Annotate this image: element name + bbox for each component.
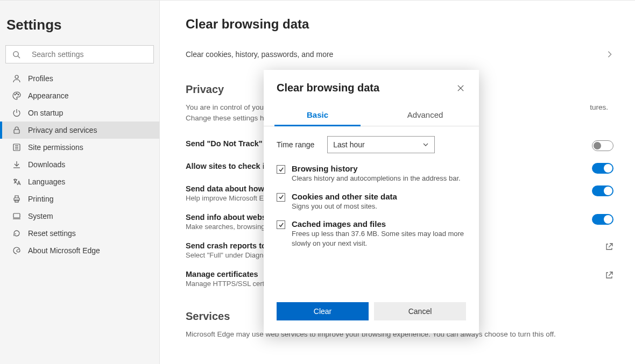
- download-icon: [12, 160, 22, 169]
- svg-point-4: [16, 93, 17, 94]
- tab-basic[interactable]: Basic: [264, 105, 371, 126]
- svg-rect-13: [13, 213, 20, 218]
- sidebar-item-site-permissions[interactable]: Site permissions: [0, 139, 159, 156]
- close-button[interactable]: [455, 83, 466, 94]
- search-settings-box[interactable]: [5, 45, 154, 63]
- sidebar-item-label: System: [28, 212, 53, 220]
- time-range-label: Time range: [277, 140, 314, 149]
- check-cached: Cached images and files Frees up less th…: [277, 219, 466, 248]
- sidebar-item-system[interactable]: System: [0, 208, 159, 225]
- sidebar-item-languages[interactable]: Languages: [0, 173, 159, 190]
- svg-point-0: [13, 51, 18, 56]
- sidebar-item-label: Profiles: [28, 74, 53, 83]
- setting-sublabel: Help improve Microsoft Edg: [186, 194, 272, 202]
- check-label: Cached images and files: [292, 219, 466, 229]
- allow-sites-toggle[interactable]: [592, 163, 613, 174]
- clear-button[interactable]: Clear: [277, 302, 369, 320]
- edge-icon: [12, 246, 22, 255]
- send-website-toggle[interactable]: [592, 214, 613, 225]
- setting-sublabel: Make searches, browsing, a: [186, 223, 273, 231]
- sidebar-item-label: Printing: [28, 195, 53, 203]
- send-usage-toggle[interactable]: [592, 185, 613, 196]
- external-link-icon[interactable]: [605, 271, 613, 280]
- do-not-track-toggle[interactable]: [592, 140, 613, 151]
- sidebar-item-privacy-services[interactable]: Privacy and services: [0, 122, 159, 139]
- setting-label: Send "Do Not Track" re: [186, 139, 272, 148]
- setting-sublabel: Select "Full" under Diagnost: [186, 251, 273, 259]
- setting-label: Send data about how y: [186, 184, 272, 193]
- setting-label: Send info about websit: [186, 213, 273, 222]
- reset-icon: [12, 229, 22, 238]
- browsing-history-checkbox[interactable]: [277, 165, 285, 174]
- sidebar-item-label: Reset settings: [28, 229, 76, 238]
- svg-point-5: [18, 94, 19, 95]
- cookies-checkbox[interactable]: [277, 193, 285, 202]
- chevron-down-icon: [422, 141, 429, 148]
- search-input[interactable]: [32, 50, 148, 59]
- language-icon: [12, 177, 22, 187]
- clear-browsing-data-title: Clear browsing data: [186, 17, 613, 32]
- check-cookies: Cookies and other site data Signs you ou…: [277, 192, 466, 211]
- svg-point-3: [15, 94, 16, 95]
- sidebar-item-appearance[interactable]: Appearance: [0, 87, 159, 104]
- lock-icon: [12, 125, 22, 135]
- sidebar-item-profiles[interactable]: Profiles: [0, 70, 159, 87]
- svg-point-2: [15, 75, 18, 78]
- search-icon: [11, 49, 21, 59]
- check-description: Signs you out of most sites.: [292, 202, 397, 211]
- person-icon: [12, 74, 22, 83]
- sidebar-item-downloads[interactable]: Downloads: [0, 156, 159, 173]
- sidebar-item-printing[interactable]: Printing: [0, 190, 159, 208]
- check-description: Frees up less than 37.6 MB. Some sites m…: [292, 229, 466, 248]
- sidebar-item-label: About Microsoft Edge: [28, 246, 100, 255]
- check-label: Browsing history: [292, 164, 461, 173]
- palette-icon: [12, 91, 22, 101]
- setting-label: Allow sites to check if y: [186, 162, 274, 170]
- check-description: Clears history and autocompletions in th…: [292, 174, 461, 183]
- dialog-title: Clear browsing data: [277, 82, 379, 94]
- settings-title: Settings: [0, 17, 159, 45]
- tab-advanced[interactable]: Advanced: [371, 105, 479, 126]
- clear-link-text: Clear cookies, history, passwords, and m…: [186, 50, 333, 59]
- external-link-icon[interactable]: [605, 242, 613, 251]
- slider-icon: [12, 142, 22, 152]
- sidebar-item-reset-settings[interactable]: Reset settings: [0, 225, 159, 242]
- setting-sublabel: Manage HTTPS/SSL certifica: [186, 280, 277, 288]
- power-icon: [12, 108, 22, 118]
- svg-rect-6: [14, 130, 19, 133]
- clear-browsing-data-dialog: Clear browsing data Basic Advanced Time …: [264, 70, 479, 333]
- time-range-value: Last hour: [333, 140, 364, 149]
- sidebar-item-label: On startup: [28, 109, 63, 117]
- sidebar-item-label: Privacy and services: [28, 126, 97, 134]
- sidebar-item-label: Site permissions: [28, 143, 83, 152]
- time-range-select[interactable]: Last hour: [327, 136, 435, 153]
- check-label: Cookies and other site data: [292, 192, 397, 201]
- printer-icon: [12, 194, 22, 204]
- sidebar-item-label: Downloads: [28, 160, 65, 169]
- sidebar-item-on-startup[interactable]: On startup: [0, 104, 159, 122]
- cancel-button[interactable]: Cancel: [374, 302, 466, 320]
- svg-line-1: [18, 56, 20, 58]
- laptop-icon: [12, 211, 22, 221]
- chevron-right-icon: [606, 51, 613, 58]
- settings-sidebar: Settings Profiles Appearance On startup: [0, 0, 160, 364]
- sidebar-item-label: Languages: [28, 177, 65, 186]
- sidebar-item-about[interactable]: About Microsoft Edge: [0, 242, 159, 259]
- cached-checkbox[interactable]: [277, 220, 285, 229]
- setting-label: Manage certificates: [186, 270, 277, 279]
- check-browsing-history: Browsing history Clears history and auto…: [277, 164, 466, 183]
- setting-label: Send crash reports to h: [186, 241, 273, 250]
- sidebar-item-label: Appearance: [28, 91, 69, 100]
